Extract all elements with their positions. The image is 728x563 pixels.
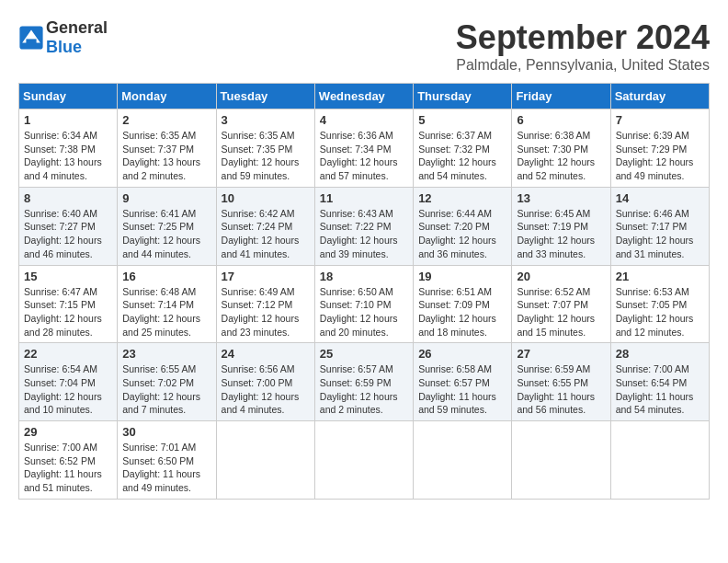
calendar-cell: 22 Sunrise: 6:54 AM Sunset: 7:04 PM Dayl… [19, 343, 118, 421]
day-number: 14 [616, 191, 704, 205]
calendar-cell: 16 Sunrise: 6:48 AM Sunset: 7:14 PM Dayl… [118, 265, 216, 343]
calendar-cell: 15 Sunrise: 6:47 AM Sunset: 7:15 PM Dayl… [19, 265, 118, 343]
day-info: Sunrise: 6:54 AM Sunset: 7:04 PM Dayligh… [24, 362, 112, 417]
calendar-header-row: SundayMondayTuesdayWednesdayThursdayFrid… [19, 84, 710, 109]
day-number: 23 [122, 347, 210, 361]
calendar-week-1: 1 Sunrise: 6:34 AM Sunset: 7:38 PM Dayli… [19, 109, 710, 188]
day-number: 19 [418, 270, 506, 283]
day-number: 25 [320, 347, 408, 361]
day-number: 10 [222, 191, 310, 205]
day-number: 24 [222, 347, 310, 361]
weekday-header-sunday: Sunday [19, 84, 118, 109]
day-info: Sunrise: 6:59 AM Sunset: 6:55 PM Dayligh… [517, 362, 605, 417]
weekday-header-tuesday: Tuesday [216, 84, 314, 109]
day-number: 17 [222, 270, 310, 283]
logo-text: General Blue [46, 18, 108, 57]
day-info: Sunrise: 6:35 AM Sunset: 7:35 PM Dayligh… [222, 129, 310, 183]
calendar-cell: 26 Sunrise: 6:58 AM Sunset: 6:57 PM Dayl… [414, 343, 512, 421]
location-subtitle: Palmdale, Pennsylvania, United States [456, 57, 710, 74]
calendar-cell: 7 Sunrise: 6:39 AM Sunset: 7:29 PM Dayli… [610, 109, 709, 188]
calendar-cell: 18 Sunrise: 6:50 AM Sunset: 7:10 PM Dayl… [314, 265, 413, 343]
day-number: 11 [320, 191, 408, 205]
day-info: Sunrise: 6:52 AM Sunset: 7:07 PM Dayligh… [517, 285, 605, 339]
day-number: 18 [320, 270, 408, 283]
calendar-cell [512, 421, 610, 500]
day-info: Sunrise: 6:41 AM Sunset: 7:25 PM Dayligh… [122, 207, 210, 261]
calendar-cell: 24 Sunrise: 6:56 AM Sunset: 7:00 PM Dayl… [216, 343, 314, 421]
calendar-cell: 28 Sunrise: 7:00 AM Sunset: 6:54 PM Dayl… [610, 343, 709, 421]
day-info: Sunrise: 6:49 AM Sunset: 7:12 PM Dayligh… [222, 285, 310, 339]
calendar-cell: 11 Sunrise: 6:43 AM Sunset: 7:22 PM Dayl… [314, 187, 413, 265]
day-number: 8 [24, 191, 112, 205]
day-info: Sunrise: 7:01 AM Sunset: 6:50 PM Dayligh… [122, 441, 210, 495]
day-info: Sunrise: 6:34 AM Sunset: 7:38 PM Dayligh… [24, 129, 112, 183]
title-block: September 2024 Palmdale, Pennsylvania, U… [456, 18, 710, 74]
calendar-cell [216, 421, 314, 500]
day-info: Sunrise: 7:00 AM Sunset: 6:54 PM Dayligh… [616, 362, 704, 417]
calendar-week-4: 22 Sunrise: 6:54 AM Sunset: 7:04 PM Dayl… [19, 343, 710, 421]
day-number: 5 [418, 113, 506, 127]
day-info: Sunrise: 6:43 AM Sunset: 7:22 PM Dayligh… [320, 207, 408, 261]
calendar-cell: 20 Sunrise: 6:52 AM Sunset: 7:07 PM Dayl… [512, 265, 610, 343]
calendar-cell: 14 Sunrise: 6:46 AM Sunset: 7:17 PM Dayl… [610, 187, 709, 265]
day-number: 29 [24, 425, 112, 439]
day-number: 4 [320, 113, 408, 127]
day-info: Sunrise: 6:37 AM Sunset: 7:32 PM Dayligh… [418, 129, 506, 183]
day-info: Sunrise: 6:46 AM Sunset: 7:17 PM Dayligh… [616, 207, 704, 261]
day-info: Sunrise: 6:48 AM Sunset: 7:14 PM Dayligh… [122, 285, 210, 339]
calendar-cell: 19 Sunrise: 6:51 AM Sunset: 7:09 PM Dayl… [414, 265, 512, 343]
calendar-cell: 6 Sunrise: 6:38 AM Sunset: 7:30 PM Dayli… [512, 109, 610, 188]
day-number: 6 [517, 113, 605, 127]
day-number: 3 [222, 113, 310, 127]
day-info: Sunrise: 6:51 AM Sunset: 7:09 PM Dayligh… [418, 285, 506, 339]
calendar-cell: 5 Sunrise: 6:37 AM Sunset: 7:32 PM Dayli… [414, 109, 512, 188]
day-number: 13 [517, 191, 605, 205]
day-info: Sunrise: 6:40 AM Sunset: 7:27 PM Dayligh… [24, 207, 112, 261]
weekday-header-monday: Monday [118, 84, 216, 109]
calendar-cell: 3 Sunrise: 6:35 AM Sunset: 7:35 PM Dayli… [216, 109, 314, 188]
day-number: 26 [418, 347, 506, 361]
day-info: Sunrise: 6:56 AM Sunset: 7:00 PM Dayligh… [222, 362, 310, 417]
calendar-table: SundayMondayTuesdayWednesdayThursdayFrid… [18, 83, 710, 500]
day-number: 20 [517, 270, 605, 283]
calendar-cell: 27 Sunrise: 6:59 AM Sunset: 6:55 PM Dayl… [512, 343, 610, 421]
day-number: 2 [122, 113, 210, 127]
calendar-cell: 17 Sunrise: 6:49 AM Sunset: 7:12 PM Dayl… [216, 265, 314, 343]
calendar-cell: 13 Sunrise: 6:45 AM Sunset: 7:19 PM Dayl… [512, 187, 610, 265]
calendar-cell [414, 421, 512, 500]
day-info: Sunrise: 6:36 AM Sunset: 7:34 PM Dayligh… [320, 129, 408, 183]
calendar-cell: 12 Sunrise: 6:44 AM Sunset: 7:20 PM Dayl… [414, 187, 512, 265]
calendar-cell [314, 421, 413, 500]
calendar-week-3: 15 Sunrise: 6:47 AM Sunset: 7:15 PM Dayl… [19, 265, 710, 343]
weekday-header-thursday: Thursday [414, 84, 512, 109]
page-header: General Blue September 2024 Palmdale, Pe… [18, 18, 710, 74]
day-info: Sunrise: 6:50 AM Sunset: 7:10 PM Dayligh… [320, 285, 408, 339]
day-number: 9 [122, 191, 210, 205]
day-number: 22 [24, 347, 112, 361]
calendar-cell: 9 Sunrise: 6:41 AM Sunset: 7:25 PM Dayli… [118, 187, 216, 265]
logo: General Blue [18, 18, 108, 57]
weekday-header-friday: Friday [512, 84, 610, 109]
day-info: Sunrise: 6:44 AM Sunset: 7:20 PM Dayligh… [418, 207, 506, 261]
day-info: Sunrise: 6:58 AM Sunset: 6:57 PM Dayligh… [418, 362, 506, 417]
day-info: Sunrise: 6:39 AM Sunset: 7:29 PM Dayligh… [616, 129, 704, 183]
calendar-cell: 10 Sunrise: 6:42 AM Sunset: 7:24 PM Dayl… [216, 187, 314, 265]
day-number: 21 [616, 270, 704, 283]
calendar-cell: 23 Sunrise: 6:55 AM Sunset: 7:02 PM Dayl… [118, 343, 216, 421]
logo-icon [18, 25, 44, 51]
day-info: Sunrise: 6:42 AM Sunset: 7:24 PM Dayligh… [222, 207, 310, 261]
calendar-week-5: 29 Sunrise: 7:00 AM Sunset: 6:52 PM Dayl… [19, 421, 710, 500]
day-number: 15 [24, 270, 112, 283]
weekday-header-wednesday: Wednesday [314, 84, 413, 109]
day-number: 1 [24, 113, 112, 127]
calendar-cell: 1 Sunrise: 6:34 AM Sunset: 7:38 PM Dayli… [19, 109, 118, 188]
calendar-cell: 30 Sunrise: 7:01 AM Sunset: 6:50 PM Dayl… [118, 421, 216, 500]
calendar-body: 1 Sunrise: 6:34 AM Sunset: 7:38 PM Dayli… [19, 109, 710, 500]
day-number: 12 [418, 191, 506, 205]
calendar-cell: 25 Sunrise: 6:57 AM Sunset: 6:59 PM Dayl… [314, 343, 413, 421]
day-number: 16 [122, 270, 210, 283]
day-info: Sunrise: 6:53 AM Sunset: 7:05 PM Dayligh… [616, 285, 704, 339]
calendar-cell: 2 Sunrise: 6:35 AM Sunset: 7:37 PM Dayli… [118, 109, 216, 188]
calendar-week-2: 8 Sunrise: 6:40 AM Sunset: 7:27 PM Dayli… [19, 187, 710, 265]
weekday-header-saturday: Saturday [610, 84, 709, 109]
